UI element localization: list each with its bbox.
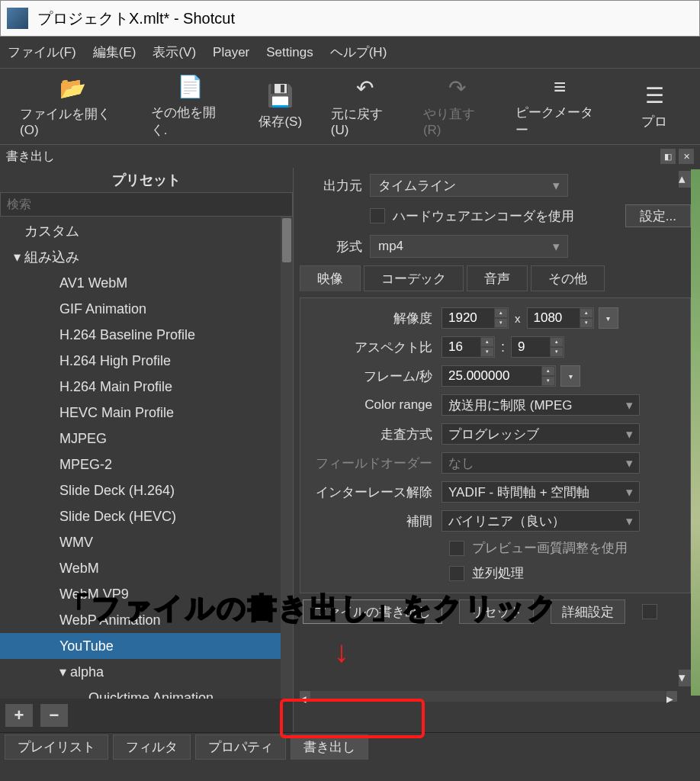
tree-item[interactable]: WebM: [0, 555, 293, 581]
width-input[interactable]: 1920▴▾: [442, 307, 509, 329]
horizontal-scrollbar[interactable]: ◂▸: [300, 691, 677, 702]
open-file-button-icon: 📂: [59, 76, 86, 101]
add-preset-button[interactable]: +: [5, 703, 34, 728]
menu-help[interactable]: ヘルプ(H): [330, 43, 387, 61]
tab-video[interactable]: 映像: [300, 265, 361, 291]
bottom-dock-tabs: プレイリスト フィルタ プロパティ 書き出し: [0, 732, 700, 761]
format-label: 形式: [300, 238, 362, 256]
colorrange-dropdown[interactable]: 放送用に制限 (MPEG: [442, 394, 640, 416]
tab-other[interactable]: その他: [531, 265, 605, 291]
format-dropdown[interactable]: mp4: [370, 235, 568, 258]
tree-item[interactable]: H.264 High Profile: [0, 348, 293, 374]
resolution-menu-button[interactable]: ▾: [599, 307, 618, 329]
main-toolbar: 📂ファイルを開く(O)📄その他を開く.💾保存(S)↶元に戻す(U)↷やり直す(R…: [0, 69, 700, 145]
tree-item[interactable]: YouTube: [0, 633, 293, 659]
output-from-dropdown[interactable]: タイムライン: [370, 174, 568, 197]
save-button-icon: 💾: [267, 83, 294, 108]
tree-item[interactable]: alpha: [0, 659, 293, 685]
aspect-num-input[interactable]: 16▴▾: [442, 336, 495, 358]
tree-item[interactable]: Quicktime Animation: [0, 685, 293, 699]
hw-settings-button[interactable]: 設定...: [625, 204, 691, 227]
height-input[interactable]: 1080▴▾: [527, 307, 594, 329]
preset-heading: プリセット: [0, 168, 293, 192]
preset-tree[interactable]: カスタム組み込みAV1 WebMGIF AnimationH.264 Basel…: [0, 217, 293, 699]
deinterlace-dropdown[interactable]: YADIF - 時間軸 + 空間軸: [442, 481, 640, 503]
scan-label: 走査方式: [308, 426, 442, 443]
tree-item[interactable]: 組み込み: [0, 244, 293, 270]
menu-bar: ファイル(F) 編集(E) 表示(V) Player Settings ヘルプ(…: [0, 37, 700, 69]
tree-item[interactable]: WMV: [0, 529, 293, 555]
interp-label: 補間: [308, 513, 442, 530]
fieldorder-dropdown: なし: [442, 452, 640, 474]
fieldorder-label: フィールドオーダー: [308, 455, 442, 472]
export-panel-header: 書き出し ◧ ✕: [0, 145, 700, 168]
hw-encoder-label: ハードウェアエンコーダを使用: [393, 207, 574, 225]
menu-file[interactable]: ファイル(F): [8, 43, 76, 61]
tab-codec[interactable]: コーデック: [364, 265, 464, 291]
export-file-button[interactable]: ファイルの書き出し: [303, 599, 442, 624]
tree-item[interactable]: HEVC Main Profile: [0, 400, 293, 426]
fps-input[interactable]: 25.000000▴▾: [442, 365, 556, 387]
tree-scrollbar[interactable]: [281, 217, 293, 699]
fps-label: フレーム/秒: [308, 368, 442, 385]
project-button[interactable]: ☰プロ: [616, 79, 692, 135]
undo-button-icon: ↶: [356, 76, 374, 101]
fps-menu-button[interactable]: ▾: [560, 365, 580, 387]
output-from-label: 出力元: [300, 177, 362, 194]
redo-button[interactable]: ↷やり直す(R): [411, 71, 503, 143]
open-file-button[interactable]: 📂ファイルを開く(O): [8, 71, 139, 143]
tree-item[interactable]: Slide Deck (HEVC): [0, 503, 293, 529]
advanced-checkbox[interactable]: [642, 604, 657, 619]
redo-button-icon: ↷: [448, 76, 466, 101]
parallel-label: 並列処理: [472, 564, 524, 582]
export-panel-title: 書き出し: [6, 149, 657, 165]
tree-item[interactable]: WebM VP9: [0, 581, 293, 607]
window-title: プロジェクトX.mlt* - Shotcut: [37, 8, 235, 29]
tree-item[interactable]: AV1 WebM: [0, 270, 293, 296]
panel-close-icon[interactable]: ✕: [679, 149, 694, 164]
menu-player[interactable]: Player: [213, 45, 249, 60]
aspect-den-input[interactable]: 9▴▾: [511, 336, 564, 358]
video-settings-form: 解像度 1920▴▾ x 1080▴▾ ▾ アスペクト比 16▴▾ : 9▴▾ …: [300, 297, 691, 593]
tree-item[interactable]: カスタム: [0, 218, 293, 244]
deinterlace-label: インターレース解除: [308, 484, 442, 501]
menu-settings[interactable]: Settings: [266, 45, 313, 60]
hw-encoder-checkbox[interactable]: [370, 208, 385, 223]
export-settings-panel: ▴ 出力元 タイムライン ハードウェアエンコーダを使用 設定... 形式 mp4…: [294, 168, 700, 732]
preview-area: [691, 169, 700, 696]
parallel-checkbox[interactable]: [449, 566, 464, 581]
menu-view[interactable]: 表示(V): [153, 43, 196, 61]
panel-detach-icon[interactable]: ◧: [660, 149, 676, 164]
interp-dropdown[interactable]: バイリニア（良い）: [442, 510, 640, 532]
tree-item[interactable]: MJPEG: [0, 426, 293, 452]
export-tabs: 映像 コーデック 音声 その他: [300, 265, 691, 291]
tab-export[interactable]: 書き出し: [291, 734, 368, 760]
peak-meter-button-icon: ≡: [554, 75, 566, 99]
tab-playlist[interactable]: プレイリスト: [5, 734, 108, 760]
preview-scale-checkbox[interactable]: [449, 541, 464, 556]
peak-meter-button[interactable]: ≡ピークメーター: [503, 70, 616, 143]
app-icon: [7, 8, 28, 29]
scan-dropdown[interactable]: プログレッシブ: [442, 423, 640, 445]
tab-audio[interactable]: 音声: [467, 265, 528, 291]
save-button[interactable]: 💾保存(S): [242, 79, 319, 135]
open-other-button[interactable]: 📄その他を開く.: [139, 69, 242, 143]
open-other-button-icon: 📄: [177, 74, 204, 99]
tree-item[interactable]: GIF Animation: [0, 296, 293, 322]
reset-button[interactable]: リセット: [459, 599, 534, 624]
tab-properties[interactable]: プロパティ: [195, 734, 286, 760]
tree-item[interactable]: MPEG-2: [0, 452, 293, 477]
advanced-button[interactable]: 詳細設定: [551, 599, 625, 624]
undo-button[interactable]: ↶元に戻す(U): [319, 71, 411, 143]
tree-item[interactable]: Slide Deck (H.264): [0, 477, 293, 503]
menu-edit[interactable]: 編集(E): [93, 43, 136, 61]
preset-search-input[interactable]: [0, 192, 293, 217]
tree-item[interactable]: WebP Animation: [0, 607, 293, 633]
preview-scale-label: プレビュー画質調整を使用: [472, 539, 628, 557]
tree-item[interactable]: H.264 Baseline Profile: [0, 322, 293, 348]
colorrange-label: Color range: [308, 397, 442, 413]
tab-filters[interactable]: フィルタ: [113, 734, 191, 760]
remove-preset-button[interactable]: −: [40, 703, 69, 728]
tree-item[interactable]: H.264 Main Profile: [0, 374, 293, 400]
aspect-label: アスペクト比: [308, 339, 442, 356]
